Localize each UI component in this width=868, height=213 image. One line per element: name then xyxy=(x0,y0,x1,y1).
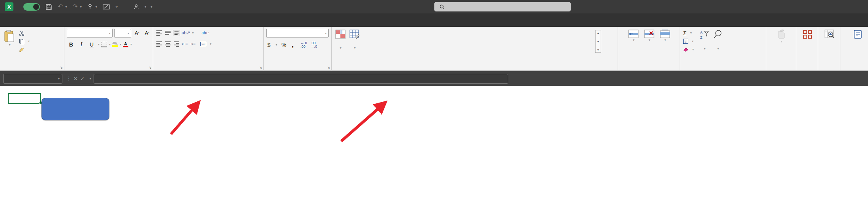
clipboard-dialog-launcher[interactable]: ↘ xyxy=(60,65,63,69)
person-icon xyxy=(133,4,139,9)
red-arrow-server-select xyxy=(171,104,197,134)
font-size-combo[interactable]: ▾ xyxy=(114,29,131,37)
cancel-icon[interactable]: ✕ xyxy=(73,76,78,82)
paste-button[interactable]: ▾ xyxy=(2,29,17,48)
addins-squares-icon xyxy=(803,30,812,39)
clear-button[interactable]: ▾ xyxy=(682,45,695,54)
qat-customize-button[interactable]: ▿ xyxy=(115,5,118,9)
increase-decimal-icon[interactable]: ←.0.00 xyxy=(301,41,307,49)
format-cells-icon xyxy=(660,30,670,38)
save-button[interactable] xyxy=(45,4,52,10)
undo-button[interactable]: ↶▾ xyxy=(58,4,67,10)
analyze-data-icon xyxy=(825,30,835,39)
create-pdf-button[interactable] xyxy=(846,29,868,45)
align-bottom-icon[interactable] xyxy=(173,30,180,36)
conditional-formatting-button[interactable]: ▾ xyxy=(334,29,347,51)
orientation-icon[interactable]: ab↗ xyxy=(182,30,190,36)
sort-filter-button[interactable]: A Z ▾ xyxy=(699,29,710,52)
format-as-table-button[interactable]: ▾ xyxy=(348,29,361,51)
autosave-toggle[interactable] xyxy=(23,3,40,11)
get-data-button[interactable] xyxy=(41,98,109,120)
font-dialog-launcher[interactable]: ↘ xyxy=(148,65,152,69)
annotation-arrows xyxy=(0,86,868,213)
fill-color-button[interactable] xyxy=(112,42,118,47)
align-left-icon[interactable] xyxy=(156,41,163,47)
borders-icon[interactable] xyxy=(101,42,107,47)
delete-cells-button[interactable]: ▾ xyxy=(643,29,656,43)
format-painter-brush-icon xyxy=(19,47,24,52)
insert-cells-icon xyxy=(628,30,639,38)
delete-cells-icon xyxy=(644,30,654,38)
increase-font-button[interactable]: Aˆ xyxy=(133,29,141,37)
merge-center-icon: ↔ xyxy=(200,42,206,46)
italic-button[interactable]: I xyxy=(77,40,86,49)
enter-check-icon[interactable]: ✓ xyxy=(80,76,85,82)
formula-input[interactable] xyxy=(94,74,508,84)
style-gallery-scrollbar[interactable]: ▴▾▿ xyxy=(595,30,601,53)
decrease-font-button[interactable]: Aˇ xyxy=(143,29,151,37)
insert-cells-button[interactable]: ▾ xyxy=(627,29,640,43)
underline-button[interactable]: U xyxy=(87,40,96,49)
percent-format-icon[interactable]: % xyxy=(281,41,287,49)
sigma-icon: Σ xyxy=(683,30,687,36)
find-select-button[interactable]: ▾ xyxy=(712,29,724,52)
align-middle-icon[interactable] xyxy=(164,30,171,36)
increase-indent-icon[interactable]: ⇥≡ xyxy=(190,41,196,47)
touch-mode-button[interactable]: ▾ xyxy=(87,4,97,10)
ink-button[interactable] xyxy=(103,4,110,10)
editing-group: Σ ▾ ↓ ▾ ▾ A Z ▾ xyxy=(680,27,766,70)
format-painter-button[interactable] xyxy=(18,45,30,54)
number-dialog-launcher[interactable]: ↘ xyxy=(327,65,330,69)
sensitivity-button[interactable]: ▾ xyxy=(768,29,794,45)
search-box[interactable] xyxy=(434,2,571,11)
paste-clipboard-icon xyxy=(4,30,15,43)
decrease-decimal-icon[interactable]: .00→.0 xyxy=(311,41,318,49)
svg-text:Z: Z xyxy=(700,36,703,39)
clipboard-group: ▾ ▾ xyxy=(0,27,64,70)
share-status-icon[interactable] xyxy=(133,4,139,9)
bold-button[interactable]: B xyxy=(67,40,75,49)
addins-button[interactable] xyxy=(798,29,816,40)
comma-format-icon[interactable]: , xyxy=(291,41,295,49)
redo-button[interactable]: ↷▾ xyxy=(72,4,81,10)
align-right-icon[interactable] xyxy=(173,41,180,47)
excel-logo-icon[interactable]: X xyxy=(5,2,13,11)
addins-group xyxy=(796,27,818,70)
ribbon: ▾ ▾ xyxy=(0,27,868,71)
merge-center-button[interactable]: ↔ ▾ xyxy=(199,40,212,48)
spreadsheet xyxy=(0,86,868,213)
decrease-indent-icon[interactable]: ⇤≡ xyxy=(182,41,188,47)
format-cells-button[interactable]: ▾ xyxy=(659,29,671,43)
save-icon xyxy=(45,4,52,10)
cut-button[interactable] xyxy=(18,29,30,37)
fill-color-swatch xyxy=(112,45,118,47)
number-group: ▾ $▾ % , ←.0.00 .00→.0 ↘ xyxy=(264,27,332,70)
selected-cell-outline xyxy=(8,93,41,104)
toggle-knob xyxy=(33,4,39,10)
wrap-text-icon: ab↩ xyxy=(201,31,209,35)
sort-filter-icon: A Z xyxy=(700,30,709,40)
wrap-text-button[interactable]: ab↩ xyxy=(201,29,212,37)
fill-down-icon: ↓ xyxy=(683,39,688,44)
conditional-formatting-icon xyxy=(335,30,346,39)
gallery-up-icon: ▴ xyxy=(597,31,599,35)
red-arrow-date xyxy=(341,104,384,141)
number-format-combo[interactable]: ▾ xyxy=(266,29,329,37)
fill-button[interactable]: ↓ ▾ xyxy=(682,37,695,45)
gallery-down-icon: ▾ xyxy=(597,40,599,43)
gallery-more-icon: ▿ xyxy=(597,48,599,52)
font-family-combo[interactable]: ▾ xyxy=(67,29,113,37)
copy-icon xyxy=(19,39,24,44)
font-color-button[interactable]: A xyxy=(123,42,128,47)
eraser-icon xyxy=(683,47,689,52)
accounting-format-icon[interactable]: $ xyxy=(266,41,272,49)
analyze-data-button[interactable] xyxy=(821,29,838,45)
sensitivity-group: ▾ xyxy=(766,27,796,70)
autosum-button[interactable]: Σ ▾ xyxy=(682,29,695,37)
align-top-icon[interactable] xyxy=(156,30,163,36)
alignment-dialog-launcher[interactable]: ↘ xyxy=(259,65,262,69)
title-bar: X ↶▾ ↷▾ ▾ ▿ • ▾ xyxy=(0,0,868,13)
align-center-icon[interactable] xyxy=(164,41,171,47)
name-box[interactable]: ▾ xyxy=(3,74,62,84)
copy-button[interactable]: ▾ xyxy=(18,37,30,45)
